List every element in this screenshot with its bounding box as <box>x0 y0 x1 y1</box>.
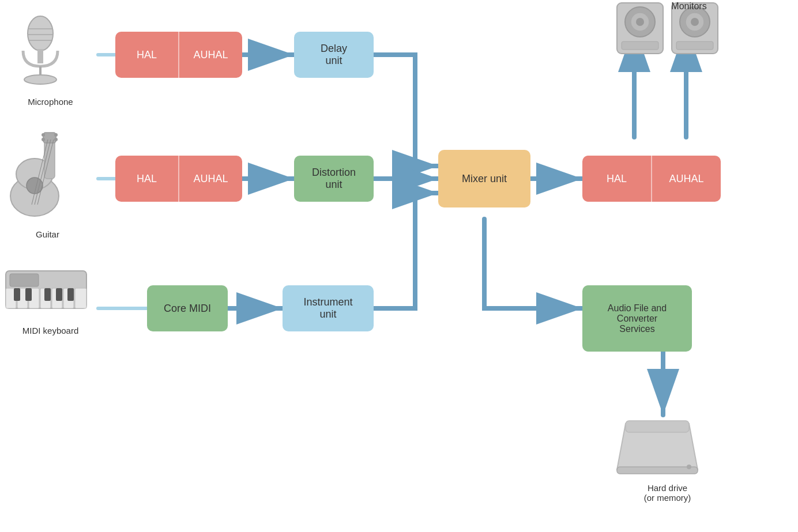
svg-point-24 <box>27 178 43 194</box>
svg-rect-43 <box>44 288 51 301</box>
mixer-unit-box: Mixer unit <box>438 150 530 207</box>
midi-keyboard-label: MIDI keyboard <box>3 326 98 335</box>
distortion-unit-box: Distortion unit <box>294 156 374 202</box>
svg-rect-42 <box>25 288 32 301</box>
auhal-label-out: AUHAL <box>652 156 721 202</box>
hal-auhal-mid: HAL AUHAL <box>115 156 242 202</box>
guitar-icon <box>3 127 98 225</box>
svg-rect-56 <box>626 421 689 432</box>
hal-label-out: HAL <box>582 156 651 202</box>
hal-label-top: HAL <box>115 32 178 78</box>
auhal-label-top: AUHAL <box>179 32 242 78</box>
core-midi-label: Core MIDI <box>164 303 211 315</box>
svg-rect-14 <box>37 49 43 63</box>
svg-rect-40 <box>75 288 86 308</box>
hard-drive-icon <box>614 415 718 484</box>
distortion-unit-label: Distortion unit <box>312 167 356 191</box>
svg-point-13 <box>28 16 53 51</box>
audio-file-box: Audio File and Converter Services <box>582 285 692 352</box>
svg-rect-50 <box>622 41 658 50</box>
diagram: Microphone Guitar <box>0 0 798 532</box>
monitors-label: Monitors <box>652 1 727 12</box>
svg-point-30 <box>42 138 45 141</box>
instrument-unit-box: Instrument unit <box>283 285 374 331</box>
microphone-icon <box>6 12 95 104</box>
hal-label-mid: HAL <box>115 156 178 202</box>
svg-point-29 <box>54 133 58 137</box>
core-midi-box: Core MIDI <box>147 285 228 331</box>
svg-point-31 <box>54 138 58 141</box>
delay-unit-label: Delay unit <box>321 43 347 67</box>
midi-keyboard-icon <box>3 262 98 326</box>
hal-auhal-top: HAL AUHAL <box>115 32 242 78</box>
svg-rect-33 <box>10 274 39 286</box>
auhal-label-mid: AUHAL <box>179 156 242 202</box>
mixer-unit-label: Mixer unit <box>462 173 507 185</box>
svg-rect-23 <box>43 133 56 143</box>
instrument-unit-label: Instrument unit <box>303 296 352 320</box>
microphone-label: Microphone <box>6 97 95 107</box>
svg-point-58 <box>687 465 691 469</box>
hard-drive-label: Hard drive (or memory) <box>611 483 724 503</box>
svg-point-28 <box>42 133 45 137</box>
hal-auhal-out: HAL AUHAL <box>582 156 721 202</box>
svg-point-54 <box>691 18 699 26</box>
svg-rect-44 <box>56 288 62 301</box>
delay-unit-box: Delay unit <box>294 32 374 78</box>
svg-rect-57 <box>617 467 698 474</box>
svg-rect-55 <box>676 41 713 50</box>
svg-point-49 <box>636 18 644 26</box>
svg-point-16 <box>24 75 57 84</box>
svg-rect-45 <box>67 288 74 301</box>
audio-file-label: Audio File and Converter Services <box>608 303 667 334</box>
svg-rect-41 <box>14 288 20 301</box>
guitar-label: Guitar <box>3 229 92 239</box>
